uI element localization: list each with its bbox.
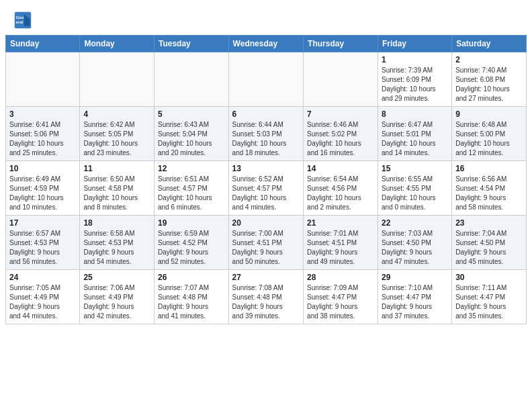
week-row-1: 1Sunrise: 7:39 AM Sunset: 6:09 PM Daylig… bbox=[6, 52, 527, 107]
day-info: Sunrise: 6:47 AM Sunset: 5:01 PM Dayligh… bbox=[382, 120, 448, 158]
day-number: 19 bbox=[158, 218, 225, 228]
day-number: 13 bbox=[232, 164, 300, 173]
page-header: Gen eral bbox=[0, 0, 532, 35]
day-number: 22 bbox=[382, 218, 448, 228]
day-info: Sunrise: 7:39 AM Sunset: 6:09 PM Dayligh… bbox=[382, 66, 448, 103]
day-number: 14 bbox=[307, 164, 374, 173]
calendar-cell bbox=[80, 52, 154, 107]
calendar-cell: 30Sunrise: 7:11 AM Sunset: 4:47 PM Dayli… bbox=[452, 270, 527, 324]
day-info: Sunrise: 6:48 AM Sunset: 5:00 PM Dayligh… bbox=[455, 120, 523, 158]
calendar-cell: 15Sunrise: 6:55 AM Sunset: 4:55 PM Dayli… bbox=[378, 161, 452, 216]
calendar-cell: 14Sunrise: 6:54 AM Sunset: 4:56 PM Dayli… bbox=[304, 161, 378, 216]
calendar-cell: 9Sunrise: 6:48 AM Sunset: 5:00 PM Daylig… bbox=[452, 107, 527, 161]
day-info: Sunrise: 7:07 AM Sunset: 4:48 PM Dayligh… bbox=[158, 283, 225, 321]
calendar-cell: 28Sunrise: 7:09 AM Sunset: 4:47 PM Dayli… bbox=[304, 270, 378, 324]
day-number: 26 bbox=[158, 273, 225, 282]
day-info: Sunrise: 7:10 AM Sunset: 4:47 PM Dayligh… bbox=[382, 283, 448, 321]
day-header-thursday: Thursday bbox=[304, 36, 378, 52]
calendar-cell: 3Sunrise: 6:41 AM Sunset: 5:06 PM Daylig… bbox=[6, 107, 80, 161]
day-info: Sunrise: 6:51 AM Sunset: 4:57 PM Dayligh… bbox=[158, 175, 225, 212]
calendar-cell: 11Sunrise: 6:50 AM Sunset: 4:58 PM Dayli… bbox=[80, 161, 154, 216]
week-row-3: 10Sunrise: 6:49 AM Sunset: 4:59 PM Dayli… bbox=[6, 161, 527, 216]
day-header-tuesday: Tuesday bbox=[154, 36, 228, 52]
calendar-cell: 5Sunrise: 6:43 AM Sunset: 5:04 PM Daylig… bbox=[154, 107, 228, 161]
calendar-cell bbox=[228, 52, 303, 107]
calendar-cell: 4Sunrise: 6:42 AM Sunset: 5:05 PM Daylig… bbox=[80, 107, 154, 161]
calendar-cell: 20Sunrise: 7:00 AM Sunset: 4:51 PM Dayli… bbox=[228, 216, 303, 270]
day-info: Sunrise: 7:40 AM Sunset: 6:08 PM Dayligh… bbox=[455, 66, 523, 103]
svg-text:eral: eral bbox=[16, 19, 24, 24]
logo-icon: Gen eral bbox=[13, 11, 32, 30]
day-number: 6 bbox=[232, 109, 300, 119]
day-number: 30 bbox=[455, 273, 523, 282]
header-row: SundayMondayTuesdayWednesdayThursdayFrid… bbox=[6, 36, 527, 52]
day-number: 16 bbox=[455, 164, 523, 173]
day-info: Sunrise: 6:50 AM Sunset: 4:58 PM Dayligh… bbox=[83, 175, 150, 212]
logo: Gen eral bbox=[13, 11, 35, 30]
calendar-cell: 17Sunrise: 6:57 AM Sunset: 4:53 PM Dayli… bbox=[6, 216, 80, 270]
day-number: 24 bbox=[9, 273, 76, 282]
day-info: Sunrise: 7:09 AM Sunset: 4:47 PM Dayligh… bbox=[307, 283, 374, 321]
calendar-cell: 25Sunrise: 7:06 AM Sunset: 4:49 PM Dayli… bbox=[80, 270, 154, 324]
day-number: 7 bbox=[307, 109, 374, 119]
calendar-cell bbox=[154, 52, 228, 107]
day-info: Sunrise: 6:56 AM Sunset: 4:54 PM Dayligh… bbox=[455, 175, 523, 212]
calendar-cell: 19Sunrise: 6:59 AM Sunset: 4:52 PM Dayli… bbox=[154, 216, 228, 270]
day-number: 2 bbox=[455, 55, 523, 64]
day-number: 8 bbox=[382, 109, 448, 119]
day-info: Sunrise: 6:43 AM Sunset: 5:04 PM Dayligh… bbox=[158, 120, 225, 158]
day-info: Sunrise: 7:08 AM Sunset: 4:48 PM Dayligh… bbox=[232, 283, 300, 321]
calendar-cell: 22Sunrise: 7:03 AM Sunset: 4:50 PM Dayli… bbox=[378, 216, 452, 270]
day-number: 3 bbox=[9, 109, 76, 119]
day-number: 21 bbox=[307, 218, 374, 228]
calendar-cell: 6Sunrise: 6:44 AM Sunset: 5:03 PM Daylig… bbox=[228, 107, 303, 161]
day-number: 15 bbox=[382, 164, 448, 173]
day-info: Sunrise: 7:03 AM Sunset: 4:50 PM Dayligh… bbox=[382, 229, 448, 267]
day-number: 1 bbox=[382, 55, 448, 64]
day-info: Sunrise: 6:54 AM Sunset: 4:56 PM Dayligh… bbox=[307, 175, 374, 212]
calendar-cell: 21Sunrise: 7:01 AM Sunset: 4:51 PM Dayli… bbox=[304, 216, 378, 270]
calendar-cell: 7Sunrise: 6:46 AM Sunset: 5:02 PM Daylig… bbox=[304, 107, 378, 161]
day-header-sunday: Sunday bbox=[6, 36, 80, 52]
day-number: 23 bbox=[455, 218, 523, 228]
day-info: Sunrise: 7:06 AM Sunset: 4:49 PM Dayligh… bbox=[83, 283, 150, 321]
day-info: Sunrise: 6:59 AM Sunset: 4:52 PM Dayligh… bbox=[158, 229, 225, 267]
day-number: 5 bbox=[158, 109, 225, 119]
day-info: Sunrise: 7:04 AM Sunset: 4:50 PM Dayligh… bbox=[455, 229, 523, 267]
calendar-header: SundayMondayTuesdayWednesdayThursdayFrid… bbox=[6, 36, 527, 52]
day-number: 10 bbox=[9, 164, 76, 173]
day-header-monday: Monday bbox=[80, 36, 154, 52]
calendar-cell bbox=[6, 52, 80, 107]
day-info: Sunrise: 7:01 AM Sunset: 4:51 PM Dayligh… bbox=[307, 229, 374, 267]
day-number: 20 bbox=[232, 218, 300, 228]
calendar-cell: 16Sunrise: 6:56 AM Sunset: 4:54 PM Dayli… bbox=[452, 161, 527, 216]
day-info: Sunrise: 7:05 AM Sunset: 4:49 PM Dayligh… bbox=[9, 283, 76, 321]
day-number: 28 bbox=[307, 273, 374, 282]
calendar-cell: 24Sunrise: 7:05 AM Sunset: 4:49 PM Dayli… bbox=[6, 270, 80, 324]
day-info: Sunrise: 7:11 AM Sunset: 4:47 PM Dayligh… bbox=[455, 283, 523, 321]
calendar-cell: 13Sunrise: 6:52 AM Sunset: 4:57 PM Dayli… bbox=[228, 161, 303, 216]
day-info: Sunrise: 6:55 AM Sunset: 4:55 PM Dayligh… bbox=[382, 175, 448, 212]
day-number: 4 bbox=[83, 109, 150, 119]
day-number: 29 bbox=[382, 273, 448, 282]
day-info: Sunrise: 6:42 AM Sunset: 5:05 PM Dayligh… bbox=[83, 120, 150, 158]
day-number: 17 bbox=[9, 218, 76, 228]
calendar-cell: 2Sunrise: 7:40 AM Sunset: 6:08 PM Daylig… bbox=[452, 52, 527, 107]
day-info: Sunrise: 6:46 AM Sunset: 5:02 PM Dayligh… bbox=[307, 120, 374, 158]
day-number: 9 bbox=[455, 109, 523, 119]
day-number: 18 bbox=[83, 218, 150, 228]
day-info: Sunrise: 6:41 AM Sunset: 5:06 PM Dayligh… bbox=[9, 120, 76, 158]
day-info: Sunrise: 7:00 AM Sunset: 4:51 PM Dayligh… bbox=[232, 229, 300, 267]
day-info: Sunrise: 6:58 AM Sunset: 4:53 PM Dayligh… bbox=[83, 229, 150, 267]
day-info: Sunrise: 6:57 AM Sunset: 4:53 PM Dayligh… bbox=[9, 229, 76, 267]
day-number: 27 bbox=[232, 273, 300, 282]
day-number: 11 bbox=[83, 164, 150, 173]
day-info: Sunrise: 6:52 AM Sunset: 4:57 PM Dayligh… bbox=[232, 175, 300, 212]
calendar-body: 1Sunrise: 7:39 AM Sunset: 6:09 PM Daylig… bbox=[6, 52, 527, 324]
calendar-container: SundayMondayTuesdayWednesdayThursdayFrid… bbox=[0, 35, 532, 330]
week-row-5: 24Sunrise: 7:05 AM Sunset: 4:49 PM Dayli… bbox=[6, 270, 527, 324]
week-row-2: 3Sunrise: 6:41 AM Sunset: 5:06 PM Daylig… bbox=[6, 107, 527, 161]
calendar-cell: 10Sunrise: 6:49 AM Sunset: 4:59 PM Dayli… bbox=[6, 161, 80, 216]
calendar-cell: 12Sunrise: 6:51 AM Sunset: 4:57 PM Dayli… bbox=[154, 161, 228, 216]
calendar-cell: 1Sunrise: 7:39 AM Sunset: 6:09 PM Daylig… bbox=[378, 52, 452, 107]
